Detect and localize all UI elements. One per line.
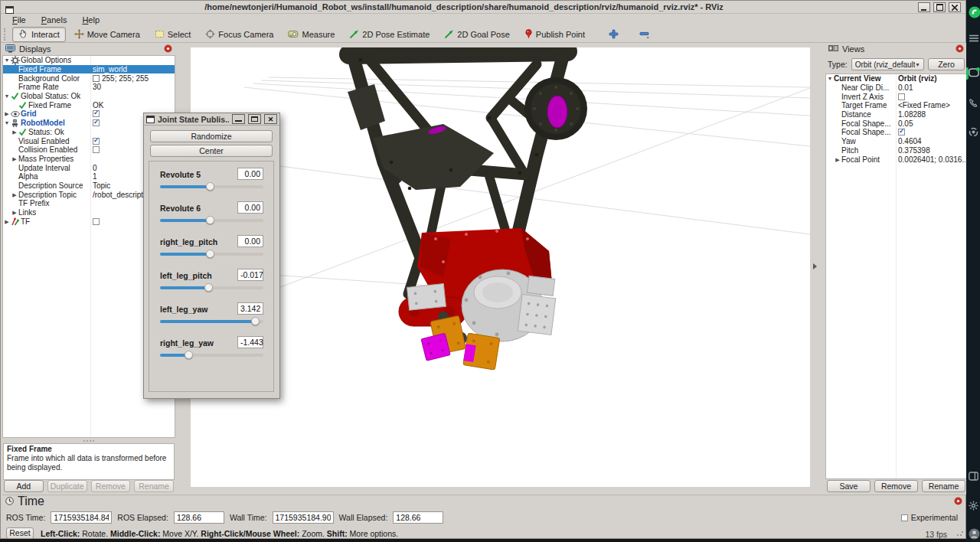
tree-row-fixed-frame[interactable]: Fixed FrameOK (3, 100, 175, 109)
close-button[interactable] (949, 2, 961, 12)
joint-slider-handle[interactable] (185, 351, 193, 359)
resize-grip[interactable] (956, 529, 964, 537)
joint-slider-handle[interactable] (206, 182, 214, 191)
joint-value-input[interactable]: -1.443 (237, 336, 263, 348)
maximize-button[interactable] (933, 2, 946, 12)
expander-right-icon: ▶ (3, 219, 11, 224)
avatar-icon[interactable] (969, 528, 980, 540)
wall-time-input[interactable] (273, 511, 334, 524)
zero-button[interactable]: Zero (928, 58, 965, 70)
joint-slider-handle[interactable] (206, 250, 214, 258)
save-button[interactable]: Save (827, 480, 871, 492)
joint-value-input[interactable]: 3.142 (237, 302, 263, 315)
tree-checkbox[interactable] (93, 119, 100, 126)
menu-file[interactable]: File (5, 15, 33, 24)
description-body: Frame into which all data is transformed… (7, 454, 166, 472)
views-close-icon[interactable] (956, 44, 964, 54)
tree-checkbox[interactable] (93, 138, 100, 145)
displays-splitter[interactable] (2, 439, 175, 442)
tree-checkbox[interactable] (898, 93, 905, 100)
time-header[interactable]: Time (2, 495, 965, 508)
joint-slider-handle[interactable] (206, 216, 214, 224)
reset-button[interactable]: Reset (6, 527, 34, 539)
rename-button[interactable]: Rename (922, 480, 965, 492)
ros-time-input[interactable] (51, 511, 112, 524)
dialog-title-bar[interactable]: Joint State Publis... (144, 113, 279, 126)
title-bar[interactable]: /home/newtonjeri/Humanoid_Robot_ws/insta… (1, 1, 965, 14)
tree-checkbox[interactable] (93, 146, 100, 153)
displays-close-icon[interactable] (164, 44, 172, 54)
joint-value-input[interactable]: 0.00 (237, 235, 263, 247)
tool-move-camera[interactable]: Move Camera (68, 27, 146, 42)
time-close-icon[interactable] (954, 495, 962, 508)
app-logo-icon[interactable] (969, 6, 980, 18)
joint-slider-track[interactable] (160, 320, 263, 323)
experimental-checkbox[interactable] (901, 514, 908, 521)
randomize-button[interactable]: Randomize (150, 130, 273, 142)
tree-row-frame-rate[interactable]: Frame Rate30 (3, 83, 175, 92)
remove-tool-button[interactable] (635, 27, 655, 42)
joint-slider-track[interactable] (160, 286, 263, 289)
tool-publish-point[interactable]: Publish Point (518, 27, 591, 42)
wall-elapsed-input[interactable] (393, 511, 443, 524)
settings-icon[interactable] (969, 501, 978, 511)
render-viewport[interactable] (191, 47, 810, 487)
tree-row-yaw[interactable]: Yaw0.4604 (826, 137, 966, 146)
views-splitter-handle[interactable] (813, 263, 817, 269)
tool-interact[interactable]: Interact (12, 27, 66, 42)
tool-measure[interactable]: Measure (282, 27, 341, 42)
status-icon[interactable] (969, 127, 978, 137)
panel-icon[interactable] (969, 472, 978, 481)
add-tool-button[interactable] (604, 27, 623, 42)
tree-row-target-frame[interactable]: Target Frame<Fixed Frame> (826, 101, 966, 110)
chat-icon[interactable] (969, 67, 980, 78)
tree-row-focal-shape[interactable]: Focal Shape...0.05 (826, 119, 966, 128)
tool-2d-pose-estimate[interactable]: 2D Pose Estimate (343, 27, 436, 42)
tool-focus-camera[interactable]: Focus Camera (199, 27, 279, 42)
menu-help[interactable]: Help (75, 15, 106, 24)
joint-slider-track[interactable] (160, 185, 263, 188)
tree-row-fixed-frame[interactable]: Fixed Framesim_world (3, 65, 175, 74)
view-type-combobox[interactable]: Orbit (rviz_default_ ▼ (851, 58, 924, 70)
displays-header[interactable]: Displays (2, 43, 175, 55)
tree-row-distance[interactable]: Distance1.08288 (826, 110, 966, 119)
joint-slider-handle[interactable] (204, 283, 213, 292)
tree-checkbox[interactable] (898, 129, 905, 136)
joint-value-input[interactable]: -0.017 (237, 269, 263, 281)
tree-row-focal-point[interactable]: ▶Focal Point0.0026401; 0.0316... (826, 155, 966, 164)
tree-checkbox[interactable] (93, 218, 100, 225)
dialog-maximize-button[interactable] (248, 114, 261, 124)
menu-panels[interactable]: Panels (34, 15, 74, 24)
ros-elapsed-input[interactable] (174, 511, 224, 524)
joint-slider-handle[interactable] (251, 317, 260, 325)
joint-value-input[interactable]: 0.00 (237, 201, 263, 214)
close-icon[interactable] (956, 44, 964, 53)
tree-row-background-color[interactable]: Background Color255; 255; 255 (3, 73, 175, 83)
joint-value-input[interactable]: 0.00 (237, 168, 263, 180)
menu-icon[interactable] (969, 34, 979, 43)
dialog-minimize-button[interactable] (232, 114, 245, 124)
views-header[interactable]: Views (825, 43, 967, 55)
call-icon[interactable] (969, 98, 978, 108)
add-button[interactable]: Add (4, 480, 44, 492)
tree-row-focal-shape[interactable]: Focal Shape... (826, 128, 966, 137)
tree-row-global-options[interactable]: ▼Global Options (3, 56, 175, 65)
tree-row-global-status-ok[interactable]: ▼Global Status: Ok (3, 92, 175, 101)
close-icon[interactable] (164, 44, 172, 53)
close-icon[interactable] (954, 497, 962, 505)
minimize-button[interactable] (918, 2, 930, 12)
tree-row-current-view[interactable]: ▼Current ViewOrbit (rviz) (826, 74, 966, 83)
center-button[interactable]: Center (150, 145, 273, 157)
joint-slider-track[interactable] (160, 253, 263, 256)
joint-slider-track[interactable] (160, 219, 263, 222)
tree-row-near-clip-di[interactable]: Near Clip Di...0.01 (826, 83, 966, 93)
tree-row-pitch[interactable]: Pitch0.375398 (826, 146, 966, 155)
dialog-close-button[interactable] (264, 114, 277, 124)
tool-2d-goal-pose[interactable]: 2D Goal Pose (438, 27, 515, 42)
tree-row-invert-z-axis[interactable]: Invert Z Axis (826, 92, 966, 101)
joint-slider-track[interactable] (160, 354, 263, 357)
tool-select[interactable]: Select (149, 27, 198, 42)
toolbar-handle[interactable] (4, 28, 8, 41)
tree-checkbox[interactable] (93, 110, 100, 117)
remove-button[interactable]: Remove (874, 480, 918, 492)
